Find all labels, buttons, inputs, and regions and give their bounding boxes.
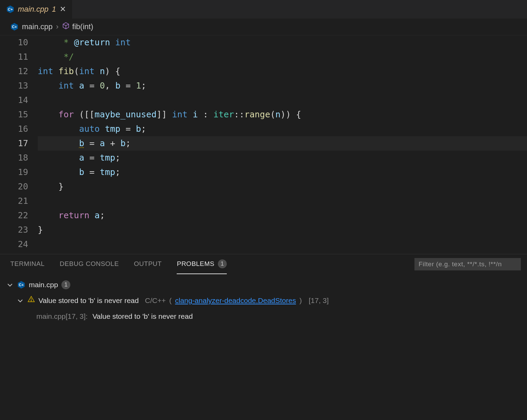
tab-filename: main.cpp — [18, 5, 48, 14]
line-number: 16 — [0, 122, 38, 136]
line-number: 12 — [0, 64, 38, 79]
problems-file-name: main.cpp — [29, 277, 58, 293]
code-line[interactable]: b = tmp; — [38, 165, 527, 179]
warning-icon — [27, 293, 35, 308]
code-line[interactable]: int fib(int n) { — [38, 64, 527, 79]
cpp-file-icon: C+ — [10, 23, 19, 31]
line-number: 22 — [0, 208, 38, 223]
line-number: 17 — [0, 136, 38, 151]
breadcrumb-symbol[interactable]: fib(int) — [62, 22, 93, 32]
code-line[interactable]: return a; — [38, 208, 527, 223]
problems-filter-placeholder: Filter (e.g. text, **/*.ts, !**/n — [419, 260, 502, 268]
chevron-down-icon[interactable] — [16, 297, 24, 304]
problem-rule-link[interactable]: clang-analyzer-deadcode.DeadStores — [175, 293, 296, 308]
problems-count-badge: 1 — [218, 259, 227, 268]
related-info-message: Value stored to 'b' is never read — [92, 308, 192, 324]
problems-file-row[interactable]: C+ main.cpp 1 — [6, 277, 527, 293]
problem-entry[interactable]: Value stored to 'b' is never read C/C++ … — [6, 293, 527, 308]
code-line[interactable]: int a = 0, b = 1; — [38, 79, 527, 93]
svg-text:C+: C+ — [8, 7, 13, 11]
line-number: 14 — [0, 93, 38, 107]
code-line[interactable] — [38, 237, 527, 252]
line-number: 23 — [0, 223, 38, 237]
svg-text:C+: C+ — [12, 25, 17, 29]
problem-location: [17, 3] — [309, 293, 329, 308]
tab-bar-empty — [72, 0, 527, 19]
related-info-prefix: main.cpp[17, 3]: — [36, 308, 87, 324]
line-number: 15 — [0, 107, 38, 122]
code-line[interactable]: auto tmp = b; — [38, 122, 527, 136]
svg-point-7 — [31, 301, 32, 301]
panel-tab-bar: TERMINAL DEBUG CONSOLE OUTPUT PROBLEMS 1… — [0, 254, 527, 274]
line-number: 10 — [0, 35, 38, 50]
code-line[interactable]: * @return int — [38, 35, 527, 50]
problems-file-count-badge: 1 — [61, 280, 70, 289]
breadcrumb-symbol-label: fib(int) — [72, 22, 93, 31]
bottom-panel: TERMINAL DEBUG CONSOLE OUTPUT PROBLEMS 1… — [0, 254, 527, 329]
code-line[interactable]: */ — [38, 50, 527, 64]
code-line[interactable]: } — [38, 223, 527, 237]
problems-list: C+ main.cpp 1 Value stored to 'b' is nev… — [0, 274, 527, 329]
line-number: 13 — [0, 79, 38, 93]
panel-tab-terminal[interactable]: TERMINAL — [10, 254, 45, 274]
line-number: 21 — [0, 194, 38, 208]
svg-text:C+: C+ — [19, 283, 24, 287]
line-number: 24 — [0, 237, 38, 252]
cpp-file-icon: C+ — [6, 5, 14, 13]
problem-related-info[interactable]: main.cpp[17, 3]: Value stored to 'b' is … — [6, 308, 527, 324]
code-line[interactable] — [38, 194, 527, 208]
tab-bar: C+ main.cpp 1 ✕ — [0, 0, 527, 19]
breadcrumb[interactable]: C+ main.cpp › fib(int) — [0, 19, 527, 35]
line-number: 11 — [0, 50, 38, 64]
line-number: 20 — [0, 179, 38, 194]
code-line[interactable]: b = a + b; — [38, 136, 527, 151]
symbol-method-icon — [62, 22, 70, 32]
panel-tab-problems-label: PROBLEMS — [177, 260, 214, 268]
code-line[interactable] — [38, 93, 527, 107]
cpp-file-icon: C+ — [17, 281, 25, 289]
panel-tab-debug[interactable]: DEBUG CONSOLE — [60, 254, 119, 274]
code-line[interactable]: for ([[maybe_unused]] int i : iter::rang… — [38, 107, 527, 122]
code-line[interactable]: a = tmp; — [38, 151, 527, 165]
tab-dirty-indicator: 1 — [52, 5, 56, 14]
code-line[interactable]: } — [38, 179, 527, 194]
panel-tab-output[interactable]: OUTPUT — [134, 254, 162, 274]
line-number: 19 — [0, 165, 38, 179]
chevron-down-icon[interactable] — [6, 281, 14, 288]
close-tab-icon[interactable]: ✕ — [60, 5, 66, 14]
code-editor[interactable]: 101112131415161718192021222324 * @return… — [0, 35, 527, 254]
problem-source: C/C++ — [145, 293, 166, 308]
code-area[interactable]: * @return int */int fib(int n) { int a =… — [38, 35, 527, 252]
breadcrumb-file[interactable]: main.cpp — [22, 22, 52, 31]
editor-tab-main[interactable]: C+ main.cpp 1 ✕ — [0, 0, 72, 19]
problems-filter-input[interactable]: Filter (e.g. text, **/*.ts, !**/n — [414, 258, 521, 270]
panel-tab-problems[interactable]: PROBLEMS 1 — [177, 254, 227, 274]
problem-message: Value stored to 'b' is never read — [38, 293, 139, 308]
line-number: 18 — [0, 151, 38, 165]
breadcrumb-separator: › — [56, 22, 58, 31]
line-number-gutter: 101112131415161718192021222324 — [0, 35, 38, 254]
